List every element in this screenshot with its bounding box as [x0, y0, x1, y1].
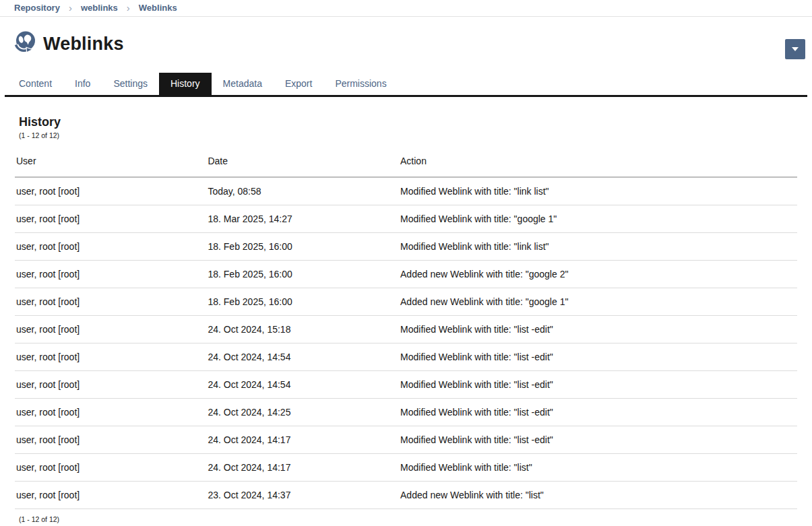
- result-range-label-bottom: (1 - 12 of 12): [19, 515, 797, 523]
- cell-date: 24. Oct 2024, 14:17: [206, 454, 399, 482]
- cell-action: Modified Weblink with title: "list -edit…: [399, 343, 797, 371]
- history-table: UserDateAction user, root [root] Today, …: [15, 149, 797, 509]
- tab-bar: ContentInfoSettingsHistoryMetadataExport…: [5, 73, 807, 97]
- cell-date: 24. Oct 2024, 15:18: [206, 316, 399, 343]
- tab[interactable]: Permissions: [323, 73, 398, 95]
- table-row: user, root [root] 18. Feb 2025, 16:00 Ad…: [15, 261, 797, 288]
- table-row: user, root [root] 24. Oct 2024, 14:54 Mo…: [15, 343, 797, 371]
- breadcrumb-link[interactable]: Repository: [14, 3, 60, 13]
- cell-action: Modified Weblink with title: "list": [399, 454, 797, 482]
- cell-user: user, root [root]: [15, 343, 206, 371]
- cell-action: Added new Weblink with title: "google 2": [399, 261, 797, 288]
- cell-date: 18. Feb 2025, 16:00: [206, 288, 399, 316]
- chevron-right-icon: ›: [127, 3, 130, 13]
- cell-date: 24. Oct 2024, 14:25: [206, 399, 399, 426]
- cell-date: 24. Oct 2024, 14:54: [206, 343, 399, 371]
- cell-user: user, root [root]: [15, 205, 206, 233]
- cell-date: Today, 08:58: [206, 177, 399, 205]
- cell-user: user, root [root]: [15, 426, 206, 454]
- table-row: user, root [root] 23. Oct 2024, 14:37 Ad…: [15, 482, 797, 509]
- breadcrumb-link[interactable]: Weblinks: [139, 3, 177, 13]
- result-range-label: (1 - 12 of 12): [19, 131, 797, 139]
- tab[interactable]: Export: [274, 73, 323, 95]
- column-header: User: [15, 149, 206, 177]
- cell-user: user, root [root]: [15, 399, 206, 426]
- cell-date: 24. Oct 2024, 14:17: [206, 426, 399, 454]
- tab[interactable]: Content: [7, 73, 63, 95]
- caret-down-icon: [792, 47, 799, 51]
- breadcrumb-link[interactable]: weblinks: [81, 3, 118, 13]
- tab[interactable]: Settings: [102, 73, 159, 95]
- object-header: Weblinks: [0, 17, 812, 63]
- cell-date: 18. Feb 2025, 16:00: [206, 261, 399, 288]
- table-row: user, root [root] 24. Oct 2024, 14:25 Mo…: [15, 399, 797, 426]
- cell-action: Modified Weblink with title: "google 1": [399, 205, 797, 233]
- cell-user: user, root [root]: [15, 371, 206, 399]
- cell-date: 18. Feb 2025, 16:00: [206, 233, 399, 261]
- cell-action: Modified Weblink with title: "list -edit…: [399, 399, 797, 426]
- tab[interactable]: Info: [63, 73, 102, 95]
- cell-user: user, root [root]: [15, 261, 206, 288]
- breadcrumb-item: Weblinks: [139, 3, 177, 13]
- cell-action: Modified Weblink with title: "list -edit…: [399, 426, 797, 454]
- weblinks-icon: [11, 30, 38, 58]
- cell-user: user, root [root]: [15, 177, 206, 205]
- cell-action: Added new Weblink with title: "google 1": [399, 288, 797, 316]
- column-header: Date: [206, 149, 399, 177]
- cell-action: Added new Weblink with title: "list": [399, 482, 797, 509]
- table-row: user, root [root] Today, 08:58 Modified …: [15, 177, 797, 205]
- history-panel: History (1 - 12 of 12) UserDateAction us…: [0, 115, 812, 523]
- breadcrumb-item: Repository ›: [14, 3, 81, 13]
- cell-action: Modified Weblink with title: "link list": [399, 177, 797, 205]
- cell-date: 23. Oct 2024, 14:37: [206, 482, 399, 509]
- cell-action: Modified Weblink with title: "list -edit…: [399, 316, 797, 343]
- actions-dropdown-button[interactable]: [785, 39, 805, 59]
- table-row: user, root [root] 24. Oct 2024, 14:54 Mo…: [15, 371, 797, 399]
- cell-user: user, root [root]: [15, 233, 206, 261]
- cell-action: Modified Weblink with title: "link list": [399, 233, 797, 261]
- tab[interactable]: History: [159, 73, 212, 95]
- cell-user: user, root [root]: [15, 482, 206, 509]
- chevron-right-icon: ›: [69, 3, 72, 13]
- cell-date: 24. Oct 2024, 14:54: [206, 371, 399, 399]
- table-row: user, root [root] 18. Feb 2025, 16:00 Ad…: [15, 288, 797, 316]
- section-heading: History: [19, 115, 797, 129]
- page-title: Weblinks: [43, 34, 124, 55]
- cell-action: Modified Weblink with title: "list -edit…: [399, 371, 797, 399]
- cell-date: 18. Mar 2025, 14:27: [206, 205, 399, 233]
- cell-user: user, root [root]: [15, 288, 206, 316]
- cell-user: user, root [root]: [15, 316, 206, 343]
- table-row: user, root [root] 24. Oct 2024, 15:18 Mo…: [15, 316, 797, 343]
- table-row: user, root [root] 24. Oct 2024, 14:17 Mo…: [15, 426, 797, 454]
- tab[interactable]: Metadata: [212, 73, 274, 95]
- table-row: user, root [root] 24. Oct 2024, 14:17 Mo…: [15, 454, 797, 482]
- breadcrumb-item: weblinks ›: [81, 3, 139, 13]
- table-row: user, root [root] 18. Feb 2025, 16:00 Mo…: [15, 233, 797, 261]
- breadcrumb: Repository › weblinks › Weblinks: [0, 0, 812, 17]
- table-row: user, root [root] 18. Mar 2025, 14:27 Mo…: [15, 205, 797, 233]
- table-header-row: UserDateAction: [15, 149, 797, 177]
- cell-user: user, root [root]: [15, 454, 206, 482]
- column-header: Action: [399, 149, 797, 177]
